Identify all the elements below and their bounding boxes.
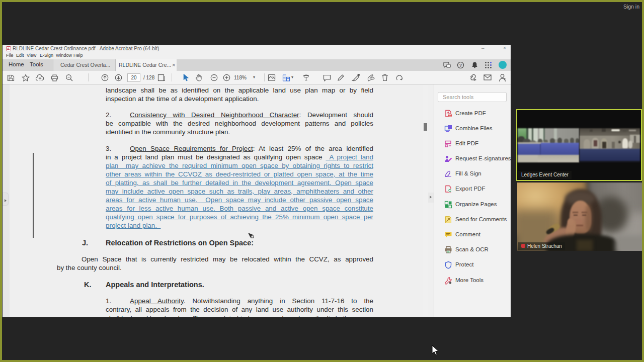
- svg-text:?: ?: [459, 63, 462, 68]
